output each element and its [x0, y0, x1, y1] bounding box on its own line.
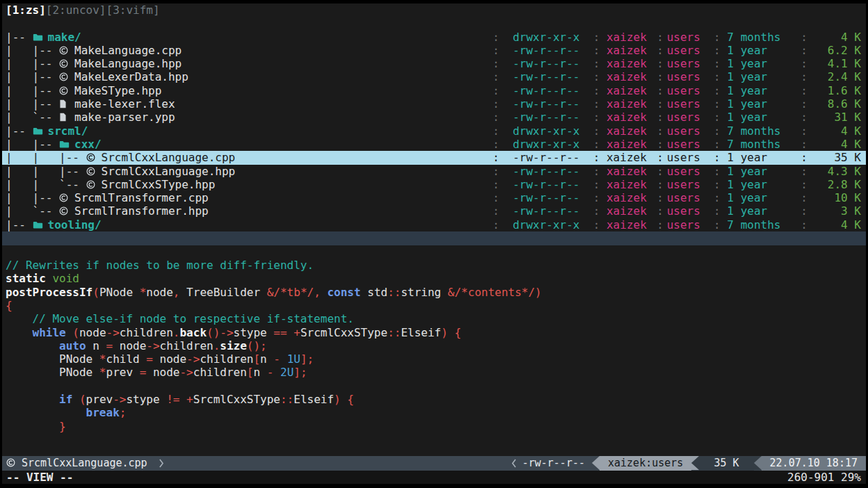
tree-branch: |--	[6, 124, 33, 138]
chevron-right-icon	[153, 458, 170, 469]
file-row[interactable]: | |-- MakeLanguage.hpp:-rw-r--r--:xaizek…	[2, 57, 866, 70]
file-row[interactable]: | |-- MakeSType.hpp:-rw-r--r--:xaizek:us…	[2, 84, 866, 97]
tree-branch: | |--	[6, 84, 59, 97]
file-group: users	[667, 70, 707, 83]
code-line: break;	[6, 406, 866, 419]
file-owner: xaizek	[606, 138, 653, 151]
file-name: SrcmlCxxSType.hpp	[102, 178, 216, 191]
column-separator: :	[653, 151, 666, 164]
file-icon	[59, 111, 70, 124]
file-name: MakeSType.hpp	[74, 84, 161, 97]
folder-icon	[33, 31, 43, 44]
cpp-icon	[59, 204, 70, 218]
file-name: MakeLexerData.hpp	[74, 70, 188, 83]
file-age: 1 year	[727, 165, 794, 178]
file-row[interactable]: | |-- cxx/:drwxr-xr-x:xaizek:users:7 mon…	[2, 138, 866, 151]
code-line: // Move else-if node to respective if-st…	[6, 312, 866, 325]
column-separator: :	[707, 138, 727, 151]
column-separator: :	[586, 124, 606, 138]
status-bar: SrcmlCxxLanguage.cpp -rw-r--r-- xaizek:u…	[2, 456, 866, 471]
file-row[interactable]: | |-- SrcmlTransformer.cpp:-rw-r--r--:xa…	[2, 191, 866, 204]
column-separator: :	[794, 111, 814, 124]
tree-branch: | `--	[6, 111, 59, 124]
file-row[interactable]: | |-- MakeLanguage.cpp:-rw-r--r--:xaizek…	[2, 44, 866, 57]
column-separator: :	[653, 97, 666, 111]
file-name-cell: | |-- make-lexer.flex	[6, 97, 486, 111]
file-age: 1 year	[727, 178, 794, 191]
file-permissions: drwxr-xr-x	[506, 138, 587, 151]
column-separator: :	[794, 178, 814, 191]
file-permissions: -rw-r--r--	[506, 97, 587, 111]
file-name-cell: | |-- MakeSType.hpp	[6, 84, 486, 97]
code-preview: // Rewrites if nodes to be more diff-fri…	[2, 245, 866, 456]
column-separator: :	[486, 31, 506, 44]
tab-2[interactable]: [2:uncov]	[46, 3, 106, 17]
column-separator: :	[486, 138, 506, 151]
code-line: }	[6, 420, 866, 433]
file-row[interactable]: | `-- make-parser.ypp:-rw-r--r--:xaizek:…	[2, 111, 866, 124]
tab-3[interactable]: [3:vifm]	[106, 3, 160, 17]
column-separator: :	[653, 191, 666, 204]
file-group: users	[667, 218, 707, 231]
column-separator: :	[653, 178, 666, 191]
file-age: 1 year	[727, 97, 794, 111]
column-separator: :	[794, 70, 814, 83]
file-name: make/	[48, 31, 81, 44]
file-group: users	[667, 204, 707, 218]
tree-branch: | |--	[6, 97, 59, 111]
column-separator: :	[794, 138, 814, 151]
file-row[interactable]: |-- tooling/:drwxr-xr-x:xaizek:users:7 m…	[2, 218, 866, 231]
file-row[interactable]: | `-- SrcmlTransformer.hpp:-rw-r--r--:xa…	[2, 204, 866, 218]
column-separator: :	[653, 31, 666, 44]
tree-branch: |--	[6, 31, 33, 44]
statusbar-size: 35 K	[699, 456, 753, 471]
file-row[interactable]: | |-- MakeLexerData.hpp:-rw-r--r--:xaize…	[2, 70, 866, 83]
column-separator: :	[794, 124, 814, 138]
powerline-separator-icon	[691, 456, 699, 470]
file-row[interactable]: | |-- make-lexer.flex:-rw-r--r--:xaizek:…	[2, 97, 866, 111]
file-name-cell: | | `-- SrcmlCxxSType.hpp	[6, 178, 486, 191]
file-row-selected[interactable]: | | |-- SrcmlCxxLanguage.cpp:-rw-r--r--:…	[2, 151, 866, 164]
file-group: users	[667, 191, 707, 204]
file-size: 3 K	[814, 204, 861, 218]
column-separator: :	[707, 84, 727, 97]
code-line: postProcessIf(PNode *node, TreeBuilder &…	[6, 286, 866, 299]
path-line: [tree] @ ~/dev/projects/cxx11/zograscope	[2, 17, 866, 30]
statusbar-left: SrcmlCxxLanguage.cpp	[2, 456, 170, 471]
file-age: 1 year	[727, 111, 794, 124]
file-row[interactable]: | | |-- SrcmlCxxLanguage.hpp:-rw-r--r--:…	[2, 165, 866, 178]
column-separator: :	[586, 165, 606, 178]
tree-branch: |--	[6, 218, 33, 231]
file-name: SrcmlCxxLanguage.hpp	[102, 165, 236, 178]
column-separator: :	[653, 70, 666, 83]
file-permissions: -rw-r--r--	[506, 151, 587, 164]
file-size: 2.8 K	[814, 178, 861, 191]
column-separator: :	[653, 84, 666, 97]
file-row[interactable]: |-- make/:drwxr-xr-x:xaizek:users:7 mont…	[2, 31, 866, 44]
column-separator: :	[707, 111, 727, 124]
file-size: 10 K	[814, 191, 861, 204]
file-owner: xaizek	[606, 191, 653, 204]
cpp-icon	[6, 457, 16, 469]
column-separator: :	[486, 97, 506, 111]
file-group: users	[667, 138, 707, 151]
file-list: |-- make/:drwxr-xr-x:xaizek:users:7 mont…	[2, 31, 866, 231]
file-age: 1 year	[727, 151, 794, 164]
file-name-cell: | | |-- SrcmlCxxLanguage.cpp	[6, 151, 486, 164]
column-separator: :	[707, 151, 727, 164]
code-line: {	[6, 299, 866, 312]
file-owner: xaizek	[606, 44, 653, 57]
tab-1[interactable]: [1:zs]	[6, 3, 46, 17]
file-owner: xaizek	[606, 124, 653, 138]
cpp-icon	[86, 151, 97, 164]
file-name: make-lexer.flex	[74, 97, 175, 111]
column-separator: :	[486, 70, 506, 83]
file-row[interactable]: |-- srcml/:drwxr-xr-x:xaizek:users:7 mon…	[2, 124, 866, 138]
column-separator: :	[707, 124, 727, 138]
file-row[interactable]: | | `-- SrcmlCxxSType.hpp:-rw-r--r--:xai…	[2, 178, 866, 191]
column-separator: :	[794, 31, 814, 44]
statusbar-right: -rw-r--r-- xaizek:users 35 K 22.07.10 18…	[506, 456, 866, 471]
file-owner: xaizek	[606, 111, 653, 124]
file-name-cell: | |-- SrcmlTransformer.cpp	[6, 191, 486, 204]
file-name-cell: | |-- MakeLanguage.cpp	[6, 44, 486, 57]
